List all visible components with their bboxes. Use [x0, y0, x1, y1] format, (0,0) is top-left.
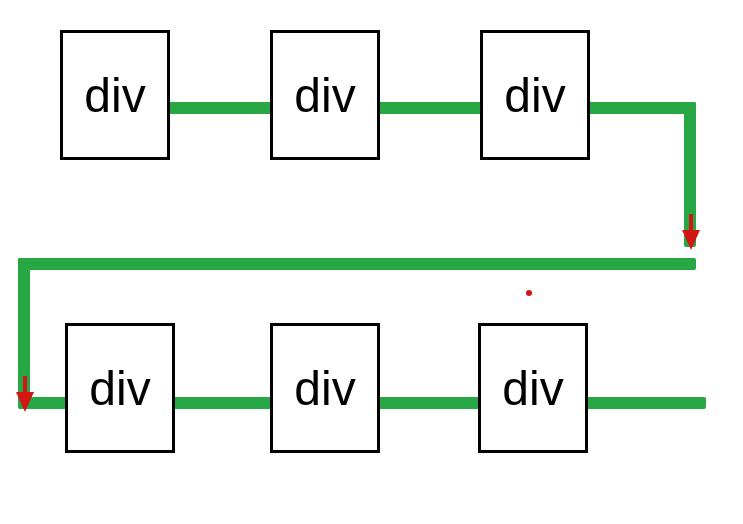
box-3-label: div: [504, 68, 565, 123]
box-6-label: div: [502, 361, 563, 416]
connector-5-6: [378, 397, 480, 409]
box-4: div: [65, 323, 175, 453]
box-5: div: [270, 323, 380, 453]
connector-return: [18, 258, 696, 270]
arrow-right-down-icon: [682, 230, 700, 250]
connector-4-5: [173, 397, 273, 409]
connector-1-2: [168, 102, 272, 114]
connector-3-right: [588, 102, 696, 114]
box-2-label: div: [294, 68, 355, 123]
connector-2-3: [378, 102, 482, 114]
box-4-label: div: [89, 361, 150, 416]
box-5-label: div: [294, 361, 355, 416]
box-1-label: div: [84, 68, 145, 123]
arrow-left-down-icon: [16, 392, 34, 412]
box-1: div: [60, 30, 170, 160]
stray-dot-icon: [526, 290, 532, 296]
box-3: div: [480, 30, 590, 160]
box-2: div: [270, 30, 380, 160]
box-6: div: [478, 323, 588, 453]
connector-6-right: [586, 397, 706, 409]
